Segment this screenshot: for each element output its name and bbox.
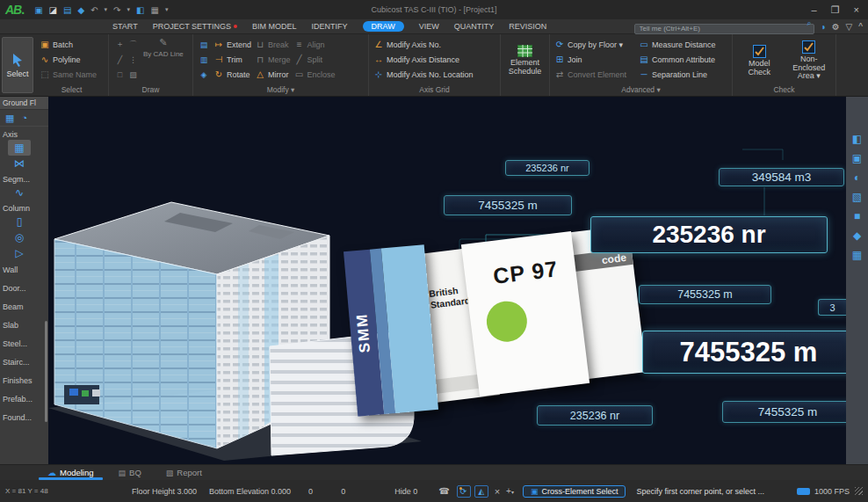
trim-button[interactable]: ⊣Trim — [213, 52, 251, 67]
open-file-icon[interactable]: ▤ — [63, 5, 71, 15]
gear-icon[interactable]: ⚙ — [832, 22, 840, 32]
tell-me-search-input[interactable] — [634, 24, 814, 34]
align-button[interactable]: ≡Align — [294, 37, 336, 52]
select-box-tool-icon[interactable]: ▣ — [852, 153, 862, 164]
tab-identify[interactable]: IDENTIFY — [312, 21, 348, 32]
draw-point-icon[interactable]: ＋ — [116, 39, 124, 50]
tab-bq[interactable]: ▤ BQ — [106, 465, 154, 480]
cross-element-select-button[interactable]: ▣ Cross-Element Select — [523, 485, 626, 498]
crosshair-icon[interactable]: +▾ — [506, 486, 514, 496]
solid-view-icon[interactable]: ■ — [854, 211, 860, 222]
by-cad-line-button[interactable]: By CAD Line — [143, 51, 184, 59]
hide-count[interactable]: Hide 0 — [394, 487, 417, 496]
quantity-label-edge-partial[interactable]: 3 — [818, 299, 846, 316]
tab-quantity[interactable]: QUANTITY — [454, 21, 495, 32]
measure-distance-button[interactable]: ▭Measure Distance — [639, 37, 716, 52]
tab-view[interactable]: VIEW — [419, 21, 439, 32]
tab-draw[interactable]: DRAW — [363, 21, 404, 32]
undo-icon[interactable]: ↶ — [90, 5, 98, 15]
card-smm[interactable]: SMM — [344, 244, 438, 416]
maximize-button[interactable]: ❐ — [831, 4, 840, 16]
section-steel[interactable]: Steel... — [0, 335, 48, 353]
section-beam[interactable]: Beam — [0, 298, 48, 316]
enclose-button[interactable]: ▭Enclose — [294, 67, 336, 82]
copy-by-floor-button[interactable]: ⟳Copy by Floor ▾ — [554, 37, 635, 52]
floor-selector[interactable]: Ground Fl — [0, 97, 48, 110]
draw-snap-icon[interactable]: ⋮ — [129, 55, 137, 64]
draw-arc-icon[interactable]: ⌒ — [129, 39, 137, 50]
section-foundation[interactable]: Found... — [0, 409, 48, 427]
extend-button[interactable]: ↦Extend — [213, 37, 251, 52]
quick-access-more-icon[interactable]: ▾ — [165, 6, 169, 13]
tab-project-settings[interactable]: PROJECT SETTINGS — [153, 21, 237, 32]
same-name-button[interactable]: ⬚Same Name — [40, 67, 97, 82]
modify-axis-no-location-button[interactable]: ⊹Modify Axis No. Location — [373, 67, 474, 82]
draw-pick-icon[interactable]: ▨ — [129, 70, 137, 79]
collapse-ribbon-icon[interactable]: ^ — [858, 22, 863, 32]
quantity-label-m-bottom[interactable]: 7455325 m — [722, 401, 846, 423]
resize-grip[interactable] — [855, 487, 863, 495]
snap-toggle[interactable]: ◭ — [474, 485, 488, 498]
break-button[interactable]: ⊔Break — [255, 37, 291, 52]
segment-tool-icon[interactable]: ∿ — [8, 185, 31, 200]
section-axis[interactable]: Axis — [0, 127, 48, 140]
modify-axis-distance-button[interactable]: ↔Modify Axis Distance — [373, 52, 474, 67]
pan-tool-icon[interactable]: ◧ — [852, 134, 862, 144]
modify-axis-no-button[interactable]: ∠Modify Axis No. — [373, 37, 474, 52]
shield-icon[interactable]: ▽ — [846, 22, 853, 32]
element-schedule-button[interactable]: Element Schedule — [505, 37, 545, 84]
globe-icon[interactable]: ◑ — [821, 22, 826, 32]
section-staircase[interactable]: Stairc... — [0, 353, 48, 372]
sync-icon[interactable]: ◆ — [77, 5, 84, 15]
tab-report[interactable]: ▧ Report — [154, 465, 214, 480]
section-column[interactable]: Column — [0, 200, 48, 214]
separation-line-button[interactable]: ─Separation Line — [639, 67, 716, 82]
counter-value[interactable]: 0 — [341, 487, 345, 496]
new-file-icon[interactable]: ◪ — [49, 5, 57, 15]
model-viewport[interactable]: SMM British Standard CP 97 code 235236 n… — [48, 97, 846, 464]
modify-offset-icon[interactable]: ▤ — [200, 37, 208, 52]
mirror-button[interactable]: △Mirror — [255, 67, 291, 82]
section-finishes[interactable]: Finishes — [0, 372, 48, 390]
undo-dropdown-icon[interactable]: ▾ — [105, 6, 108, 13]
phone-icon[interactable]: ☎ — [438, 486, 449, 496]
quantity-label-m-top[interactable]: 7455325 m — [444, 195, 572, 215]
orbit-tool-icon[interactable]: ◐ — [854, 172, 860, 183]
view-cube-icon[interactable]: ◧ — [136, 5, 144, 15]
ortho-toggle[interactable]: ⟳ — [457, 485, 471, 498]
section-prefab[interactable]: Prefab... — [0, 390, 48, 409]
section-slab[interactable]: Slab — [0, 316, 48, 335]
modify-move-icon[interactable]: ◈ — [201, 67, 207, 82]
tab-start[interactable]: START — [112, 21, 138, 32]
schedule-grid-icon[interactable]: ▦ — [150, 5, 158, 15]
model-check-button[interactable]: Model Check — [737, 37, 782, 84]
axis-network-tool-icon[interactable]: ⋈ — [8, 156, 31, 171]
list-view-icon[interactable]: ▦ — [5, 113, 14, 124]
quantity-label-m-mid[interactable]: 7455325 m — [639, 285, 771, 304]
schedule-view-icon[interactable]: ▦ — [852, 250, 862, 260]
draw-line-icon[interactable]: ╱ — [118, 55, 122, 64]
polyline-button[interactable]: ∿Polyline — [40, 52, 97, 67]
search-icon[interactable]: ⌕ — [807, 18, 812, 28]
draw-pen-icon[interactable]: ✎ — [159, 37, 167, 48]
tab-modeling[interactable]: ☁ Modeling — [35, 465, 106, 480]
section-wall[interactable]: Wall — [0, 261, 48, 280]
shaded-view-icon[interactable]: ◆ — [853, 230, 861, 241]
draw-rect-icon[interactable]: □ — [118, 70, 122, 79]
card-cp97[interactable]: CP 97 — [461, 231, 590, 397]
axis-grid-tool-icon[interactable]: ▦ — [8, 140, 31, 156]
history-icon[interactable]: ◔ — [21, 113, 27, 124]
tab-bim-model[interactable]: BIM MODEL — [252, 21, 297, 32]
modify-stretch-icon[interactable]: ▥ — [200, 52, 208, 67]
convert-element-button[interactable]: ⇄Convert Element — [554, 67, 635, 82]
quantity-label-nr-bottom[interactable]: 235236 nr — [537, 405, 653, 426]
close-selection-icon[interactable]: × — [495, 486, 500, 497]
tab-revision[interactable]: REVISION — [509, 21, 546, 32]
merge-button[interactable]: ⊓Merge — [255, 52, 291, 67]
batch-button[interactable]: ▣Batch — [40, 37, 97, 52]
quantity-label-m-large[interactable]: 7455325 m — [642, 331, 846, 374]
section-door[interactable]: Door... — [0, 280, 48, 298]
bottom-elevation-value[interactable]: Bottom Elevation 0.000 — [209, 487, 291, 496]
redo-dropdown-icon[interactable]: ▾ — [127, 6, 130, 13]
rotate-button[interactable]: ↻Rotate — [213, 67, 251, 82]
